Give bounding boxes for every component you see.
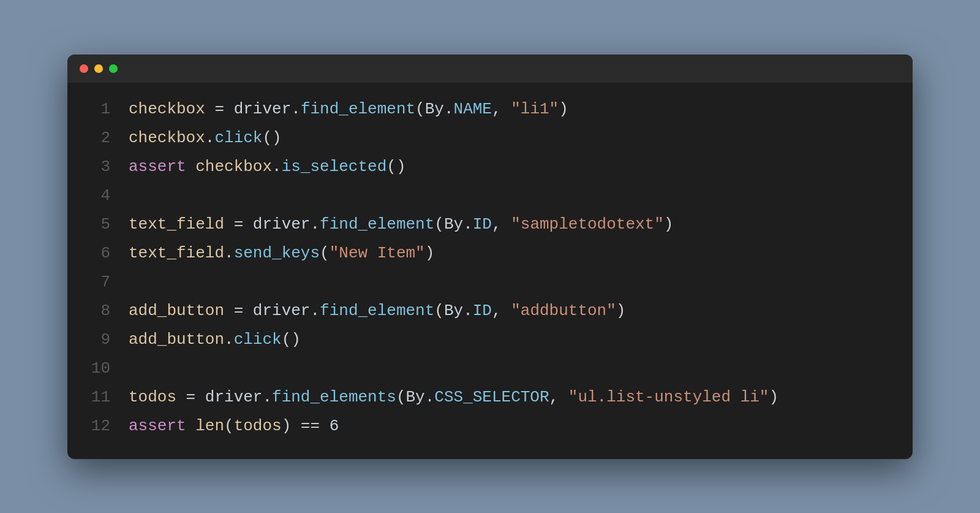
token-by-class: By	[444, 215, 463, 234]
token-paren: ()	[262, 129, 281, 147]
token-paren: )	[769, 388, 778, 406]
token-method-obj: driver	[253, 302, 311, 320]
line-number: 1	[80, 97, 110, 121]
token-string: "ul.list-unstyled li"	[568, 388, 769, 406]
line-content: text_field.send_keys("New Item")	[129, 241, 434, 265]
token-var-name: checkbox	[129, 100, 205, 118]
token-paren: )	[616, 302, 626, 320]
token-operator: ,	[492, 302, 511, 320]
token-var-name: todos	[234, 417, 282, 435]
token-method-obj: driver	[253, 215, 311, 234]
token-var-name: add_button	[129, 330, 224, 349]
line-content: checkbox.click()	[129, 126, 282, 150]
maximize-button[interactable]	[109, 64, 118, 73]
line-content: assert len(todos) == 6	[129, 414, 339, 438]
code-line: 4	[67, 181, 913, 210]
token-paren: (	[434, 302, 444, 320]
token-paren: (	[396, 388, 406, 406]
line-content: text_field = driver.find_element(By.ID, …	[129, 213, 673, 237]
token-var-name: text_field	[129, 244, 224, 262]
code-window: 1checkbox = driver.find_element(By.NAME,…	[67, 55, 913, 459]
code-line: 12assert len(todos) == 6	[67, 412, 913, 441]
line-number: 2	[80, 126, 110, 150]
token-method-name: find_element	[301, 100, 415, 118]
code-line: 2checkbox.click()	[67, 124, 913, 153]
token-paren: (	[434, 215, 444, 234]
code-line: 9add_button.click()	[67, 325, 913, 354]
token-by-class: By	[425, 100, 444, 118]
token-string: "li1"	[511, 100, 559, 118]
token-operator: .	[262, 388, 272, 406]
token-operator: .	[205, 129, 215, 147]
line-number: 8	[80, 299, 110, 323]
token-var-name: checkbox	[129, 129, 205, 147]
code-line: 1checkbox = driver.find_element(By.NAME,…	[67, 95, 913, 124]
line-number: 7	[80, 270, 110, 294]
minimize-button[interactable]	[94, 64, 103, 73]
token-operator: =	[205, 100, 234, 118]
line-content: assert checkbox.is_selected()	[129, 155, 406, 179]
token-operator: .	[425, 388, 435, 406]
token-operator: =	[176, 388, 205, 406]
token-operator: ==	[291, 417, 329, 435]
token-keyword: assert	[129, 417, 195, 435]
line-number: 9	[80, 328, 110, 352]
token-operator: .	[444, 100, 454, 118]
token-operator: .	[310, 302, 320, 320]
token-by-attr: CSS_SELECTOR	[434, 388, 549, 406]
token-by-attr: NAME	[454, 100, 492, 118]
token-operator: .	[291, 100, 301, 118]
token-number: 6	[330, 417, 339, 435]
line-number: 12	[80, 414, 110, 438]
code-line: 3assert checkbox.is_selected()	[67, 153, 913, 181]
line-number: 11	[80, 386, 110, 409]
line-content: add_button = driver.find_element(By.ID, …	[129, 299, 625, 323]
title-bar	[67, 55, 913, 83]
token-var-name: checkbox	[195, 158, 272, 176]
line-number: 6	[80, 241, 110, 265]
token-var-name: len	[195, 417, 224, 435]
token-string: "addbutton"	[511, 302, 616, 320]
token-method-name: find_element	[320, 302, 434, 320]
token-paren: ()	[386, 158, 405, 176]
token-operator: ,	[492, 100, 511, 118]
token-by-attr: ID	[473, 302, 492, 320]
token-paren: (	[320, 244, 330, 262]
token-operator: .	[224, 330, 234, 349]
line-number: 3	[80, 155, 110, 179]
line-content: todos = driver.find_elements(By.CSS_SELE…	[129, 386, 778, 409]
token-by-attr: ID	[473, 215, 492, 234]
code-line: 7	[67, 268, 913, 297]
token-method-name: click	[234, 330, 282, 349]
token-var-name: text_field	[129, 215, 224, 234]
token-paren: )	[425, 244, 435, 262]
token-operator: .	[224, 244, 234, 262]
token-string: "New Item"	[330, 244, 425, 262]
token-paren: )	[282, 417, 292, 435]
token-paren: )	[664, 215, 674, 234]
line-number: 4	[80, 184, 110, 208]
token-operator: .	[310, 215, 320, 234]
code-line: 10	[67, 354, 913, 383]
token-method-name: click	[214, 129, 262, 147]
token-method-name: send_keys	[234, 244, 320, 262]
code-line: 5text_field = driver.find_element(By.ID,…	[67, 210, 913, 239]
token-paren: )	[559, 100, 568, 118]
token-by-class: By	[444, 302, 463, 320]
token-operator: =	[224, 302, 253, 320]
token-operator: .	[463, 302, 473, 320]
token-method-name: find_element	[320, 215, 434, 234]
token-operator: .	[463, 215, 473, 234]
token-operator: ,	[492, 215, 511, 234]
close-button[interactable]	[80, 64, 88, 73]
token-var-name: todos	[129, 388, 176, 406]
token-string: "sampletodotext"	[511, 215, 664, 234]
token-method-obj: driver	[205, 388, 263, 406]
token-paren: ()	[282, 330, 301, 349]
code-line: 6text_field.send_keys("New Item")	[67, 239, 913, 268]
token-method-name: is_selected	[282, 158, 387, 176]
line-content: checkbox = driver.find_element(By.NAME, …	[129, 97, 568, 121]
token-operator: =	[224, 215, 253, 234]
token-operator: ,	[549, 388, 568, 406]
code-line: 8add_button = driver.find_element(By.ID,…	[67, 297, 913, 325]
